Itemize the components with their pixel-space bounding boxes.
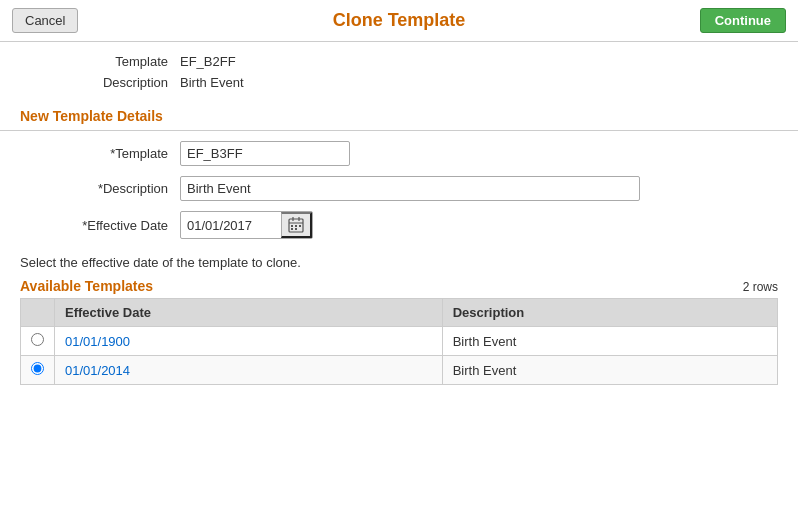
svg-rect-4 <box>291 225 293 227</box>
table-header-row: Effective Date Description <box>21 299 778 327</box>
template-info-value: EF_B2FF <box>180 54 236 69</box>
col-description-header: Description <box>442 299 777 327</box>
effective-date-wrapper <box>180 211 313 239</box>
svg-rect-5 <box>295 225 297 227</box>
page-title: Clone Template <box>333 10 466 31</box>
available-templates-section: Available Templates 2 rows Effective Dat… <box>0 278 798 385</box>
effective-date-input[interactable] <box>181 214 281 237</box>
new-template-row: *Template <box>20 141 778 166</box>
available-header-row: Available Templates 2 rows <box>20 278 778 294</box>
col-effective-date-header: Effective Date <box>55 299 443 327</box>
radio-cell[interactable] <box>21 327 55 356</box>
continue-button[interactable]: Continue <box>700 8 786 33</box>
effective-date-label: *Effective Date <box>20 218 180 233</box>
template-info-label: Template <box>20 54 180 69</box>
new-template-input[interactable] <box>180 141 350 166</box>
description-info-label: Description <box>20 75 180 90</box>
new-description-input[interactable] <box>180 176 640 201</box>
row-count: 2 rows <box>743 280 778 294</box>
radio-cell[interactable] <box>21 356 55 385</box>
effective-date-cell[interactable]: 01/01/2014 <box>55 356 443 385</box>
effective-date-link[interactable]: 01/01/1900 <box>65 334 130 349</box>
calendar-icon-button[interactable] <box>281 212 312 238</box>
row-radio-1[interactable] <box>31 362 44 375</box>
table-row: 01/01/1900Birth Event <box>21 327 778 356</box>
effective-date-row: *Effective Date <box>20 211 778 239</box>
new-template-label: *Template <box>20 146 180 161</box>
svg-rect-7 <box>291 228 293 230</box>
new-template-section-title: New Template Details <box>0 104 798 131</box>
table-row: 01/01/2014Birth Event <box>21 356 778 385</box>
available-templates-table: Effective Date Description 01/01/1900Bir… <box>20 298 778 385</box>
template-info-row: Template EF_B2FF <box>20 54 778 69</box>
table-body: 01/01/1900Birth Event01/01/2014Birth Eve… <box>21 327 778 385</box>
description-info-row: Description Birth Event <box>20 75 778 90</box>
svg-rect-8 <box>295 228 297 230</box>
row-radio-0[interactable] <box>31 333 44 346</box>
col-radio-header <box>21 299 55 327</box>
svg-rect-6 <box>299 225 301 227</box>
calendar-icon <box>288 217 304 233</box>
cancel-button[interactable]: Cancel <box>12 8 78 33</box>
description-info-value: Birth Event <box>180 75 244 90</box>
description-cell: Birth Event <box>442 327 777 356</box>
effective-date-link[interactable]: 01/01/2014 <box>65 363 130 378</box>
header: Cancel Clone Template Continue <box>0 0 798 42</box>
new-description-row: *Description <box>20 176 778 201</box>
description-cell: Birth Event <box>442 356 777 385</box>
available-title: Available Templates <box>20 278 153 294</box>
effective-date-cell[interactable]: 01/01/1900 <box>55 327 443 356</box>
new-template-form: *Template *Description *Effective Date <box>0 141 798 239</box>
new-description-label: *Description <box>20 181 180 196</box>
instruction-text: Select the effective date of the templat… <box>0 249 798 278</box>
info-section: Template EF_B2FF Description Birth Event <box>0 42 798 104</box>
